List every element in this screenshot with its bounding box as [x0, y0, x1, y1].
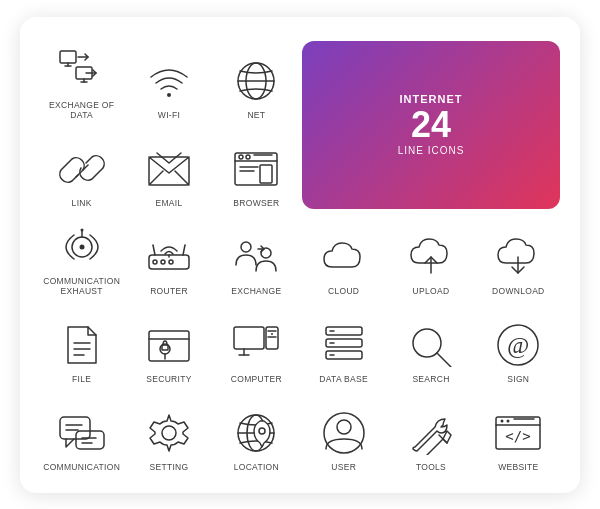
svg-line-61	[437, 353, 451, 367]
svg-point-75	[324, 413, 364, 453]
setting-label: SETTING	[150, 462, 189, 472]
icon-wifi: WI-FI	[127, 41, 210, 121]
database-label: DATA BASE	[319, 374, 368, 384]
cloud-label: CLOUD	[328, 286, 359, 296]
icon-tools: TOOLS	[389, 393, 472, 473]
download-icon	[491, 232, 545, 282]
browser-label: BROWSER	[233, 198, 279, 208]
svg-point-81	[501, 420, 504, 423]
exchange-label: EXCHANGE	[231, 286, 281, 296]
icon-security: SECURITY	[127, 305, 210, 385]
exchange-icon	[229, 232, 283, 282]
icon-search: SEARCH	[389, 305, 472, 385]
email-icon	[142, 144, 196, 194]
icon-browser: BROWSER	[215, 129, 298, 209]
svg-point-82	[507, 420, 510, 423]
icon-computer: COMPUTER	[215, 305, 298, 385]
security-icon	[142, 320, 196, 370]
svg-point-27	[80, 229, 83, 232]
icon-download: DOWNLOAD	[477, 217, 560, 297]
icon-communication: COMMUNICATION	[40, 393, 123, 473]
location-label: LOCATION	[234, 462, 279, 472]
location-icon	[229, 408, 283, 458]
svg-line-34	[183, 245, 185, 255]
svg-point-8	[167, 93, 171, 97]
icon-router: ROUTER	[127, 217, 210, 297]
svg-point-70	[162, 426, 176, 440]
wifi-label: WI-FI	[158, 110, 180, 120]
svg-rect-64	[60, 417, 90, 439]
svg-rect-16	[235, 153, 277, 185]
email-label: EMAIL	[155, 198, 182, 208]
svg-rect-46	[162, 345, 168, 350]
svg-rect-23	[260, 165, 272, 183]
upload-icon	[404, 232, 458, 282]
svg-rect-47	[234, 327, 264, 349]
setting-icon	[142, 408, 196, 458]
svg-point-19	[246, 155, 250, 159]
svg-point-50	[271, 333, 273, 335]
icon-link: LINK	[40, 129, 123, 209]
user-icon	[317, 408, 371, 458]
tools-label: TOOLS	[416, 462, 446, 472]
svg-point-29	[153, 260, 157, 264]
computer-label: COMPUTER	[231, 374, 282, 384]
icon-communication-exhaust: COMMUNICATION EXHAUST	[40, 217, 123, 297]
router-icon	[142, 232, 196, 282]
security-label: SECURITY	[146, 374, 191, 384]
icon-email: EMAIL	[127, 129, 210, 209]
browser-icon	[229, 144, 283, 194]
search-label: SEARCH	[412, 374, 449, 384]
search-icon	[404, 320, 458, 370]
exchange-of-data-icon	[55, 46, 109, 96]
router-label: ROUTER	[150, 286, 188, 296]
website-icon: </>	[491, 408, 545, 458]
download-label: DOWNLOAD	[492, 286, 544, 296]
communication-exhaust-icon	[55, 222, 109, 272]
svg-rect-0	[60, 51, 76, 63]
svg-text:@: @	[507, 332, 529, 358]
cloud-icon	[317, 232, 371, 282]
icon-sign: @ SIGN	[477, 305, 560, 385]
svg-line-15	[175, 171, 189, 185]
net-label: NET	[247, 110, 265, 120]
file-label: FILE	[72, 374, 91, 384]
icon-database: DATA BASE	[302, 305, 385, 385]
promo-number: 24	[411, 105, 451, 145]
svg-line-33	[153, 245, 155, 255]
communication-label: COMMUNICATION	[43, 462, 120, 472]
main-card: EXCHANGE OF DATA WI-FI	[20, 17, 580, 493]
upload-label: UPLOAD	[413, 286, 450, 296]
tools-icon	[404, 408, 458, 458]
svg-point-76	[337, 420, 351, 434]
exchange-of-data-label: EXCHANGE OF DATA	[40, 100, 123, 120]
link-icon	[55, 144, 109, 194]
svg-line-14	[149, 171, 163, 185]
icon-cloud: CLOUD	[302, 217, 385, 297]
sign-label: SIGN	[507, 374, 529, 384]
icon-location: LOCATION	[215, 393, 298, 473]
icon-net: NET	[215, 41, 298, 121]
svg-point-30	[161, 260, 165, 264]
icon-website: </> WEBSITE	[477, 393, 560, 473]
icon-user: USER	[302, 393, 385, 473]
svg-point-35	[241, 242, 251, 252]
promo-box: INTERNET 24 LINE ICONS	[302, 41, 560, 209]
net-icon	[229, 56, 283, 106]
website-label: WEBSITE	[498, 462, 538, 472]
svg-point-25	[79, 245, 84, 250]
wifi-icon	[142, 56, 196, 106]
icon-exchange: EXCHANGE	[215, 217, 298, 297]
link-label: LINK	[72, 198, 92, 208]
communication-icon	[55, 408, 109, 458]
file-icon	[55, 320, 109, 370]
database-icon	[317, 320, 371, 370]
icon-upload: UPLOAD	[389, 217, 472, 297]
communication-exhaust-label: COMMUNICATION EXHAUST	[40, 276, 123, 296]
computer-icon	[229, 320, 283, 370]
icon-exchange-of-data: EXCHANGE OF DATA	[40, 41, 123, 121]
svg-line-77	[427, 439, 443, 455]
sign-icon: @	[491, 320, 545, 370]
svg-text:</>: </>	[506, 428, 531, 444]
svg-line-12	[76, 165, 88, 177]
